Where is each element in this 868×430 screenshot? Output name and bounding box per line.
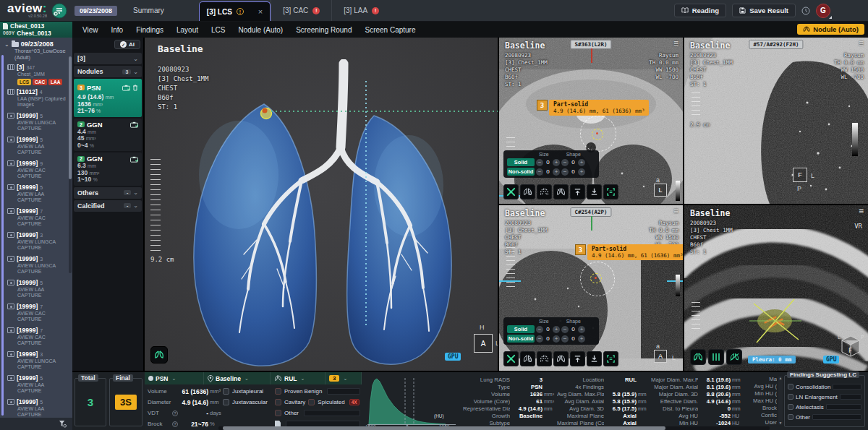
close-tab-icon[interactable]: ×	[258, 7, 263, 16]
size-plus-button[interactable]	[553, 168, 560, 176]
scroll-up-arrow[interactable]: ▲	[778, 376, 783, 380]
hide-structures-button[interactable]	[726, 349, 742, 365]
tab-laa[interactable]: [3] LAA	[331, 0, 391, 21]
menu-item[interactable]: Screening Round	[296, 26, 352, 34]
tab-summary[interactable]: Summary	[133, 7, 164, 14]
lung-region-tool-button[interactable]	[537, 184, 552, 199]
help-icon[interactable]: ?	[172, 421, 178, 427]
series-list-item[interactable]: [19999] 3 AVIEW LUNGCA CAPTURE	[7, 351, 68, 371]
series-list-item[interactable]: [19999] 9 AVIEW CAC CAPTURE	[7, 160, 68, 181]
panel-menu-icon[interactable]: ≡	[673, 38, 678, 48]
solid-toggle[interactable]: Solid	[507, 158, 535, 166]
shape-plus-button[interactable]	[578, 335, 585, 343]
shape-plus-button[interactable]	[578, 326, 585, 333]
captured-camera-icon[interactable]	[130, 121, 138, 127]
lungs-view-button[interactable]	[690, 349, 706, 365]
non-solid-toggle[interactable]: Non-solid	[507, 168, 535, 176]
menu-item[interactable]: View	[82, 26, 98, 34]
history-clock-icon[interactable]	[801, 7, 810, 15]
series-list-item[interactable]: [19999] 7 AVIEW CAC CAPTURE	[7, 303, 68, 324]
correction-tool-button[interactable]	[503, 351, 519, 366]
menu-item[interactable]: Findings	[136, 26, 163, 34]
table-vertical-scrollbar[interactable]: ▲▼	[778, 376, 783, 425]
horizontal-scrollbar[interactable]	[218, 426, 770, 430]
grow-down-tool-button[interactable]	[587, 184, 602, 199]
final-category-badge[interactable]: 3S	[115, 395, 137, 410]
attribute-checkbox[interactable]	[223, 399, 229, 405]
cavitary-checkbox[interactable]	[275, 399, 281, 405]
size-plus-button[interactable]	[553, 335, 560, 343]
nodule-card[interactable]: 2 GGN 6.3 mm 130 mm³ 1~10 %	[74, 152, 142, 186]
panel-menu-icon[interactable]: ≡	[859, 206, 864, 216]
study-date-header[interactable]: ⌄ 09/23/2008	[0, 38, 72, 48]
shape-plus-button[interactable]	[578, 159, 585, 166]
series-list-item[interactable]: [19999] 7 AVIEW CAC CAPTURE	[7, 207, 68, 228]
series-list-item[interactable]: [19999] 5 AVIEW LAA CAPTURE	[7, 279, 68, 300]
ct-panel-vr[interactable]: Baseline ≡ VR 20080923[3] Chest_1MMCHEST…	[684, 205, 868, 371]
grow-up-tool-button[interactable]	[570, 351, 585, 366]
finding-note-input[interactable]	[833, 384, 861, 390]
shape-plus-button[interactable]	[578, 168, 585, 176]
filter-settings-icon[interactable]	[59, 420, 67, 428]
tab-lcs[interactable]: [3] LCS ×	[199, 1, 271, 21]
shape-minus-button[interactable]	[561, 159, 569, 166]
nodule-type-dropdown[interactable]: PSN ⌄	[145, 372, 204, 384]
attribute-checkbox[interactable]	[223, 388, 229, 395]
lung-edit-tool-button[interactable]	[520, 351, 535, 366]
series-list-item[interactable]: [19999] 7 AVIEW CAC CAPTURE	[7, 327, 68, 348]
series-list-item[interactable]: [19999] 5 AVIEW LAA CAPTURE	[7, 184, 68, 205]
shape-minus-button[interactable]	[561, 335, 569, 343]
finding-checkbox[interactable]	[788, 404, 793, 410]
user-avatar[interactable]: G	[816, 4, 830, 18]
captured-camera-icon[interactable]	[130, 156, 138, 162]
finding-checkbox[interactable]	[788, 394, 793, 400]
orientation-cube[interactable]: A	[474, 334, 493, 353]
lung-edit-tool-button[interactable]	[520, 184, 535, 199]
lung-split-tool-button[interactable]	[553, 351, 569, 366]
series-list-item[interactable]: [3] 347 Chest_1MM LCSCACLAA	[7, 64, 68, 85]
patient-card[interactable]: Chest_0013 069YChest_0013	[0, 22, 72, 38]
auto-fit-tool-button[interactable]	[603, 184, 618, 199]
calcified-section-header[interactable]: Calcified - ⌄	[74, 200, 142, 212]
other-checkbox[interactable]	[275, 410, 281, 416]
others-section-header[interactable]: Others - ⌄	[74, 187, 142, 199]
captured-camera-icon[interactable]	[122, 85, 130, 90]
tab-cac[interactable]: [3] CAC	[271, 0, 331, 21]
finding-checkbox[interactable]	[788, 414, 793, 420]
finding-note-input[interactable]	[840, 394, 861, 400]
nodules-section-header[interactable]: Nodules 3 ⌄	[74, 66, 142, 77]
shape-minus-button[interactable]	[561, 168, 569, 176]
finding-checkbox[interactable]	[788, 384, 793, 390]
reading-button[interactable]: Reading	[674, 4, 726, 17]
rib-view-button[interactable]	[708, 349, 724, 365]
shape-minus-button[interactable]	[561, 326, 569, 333]
nodule-card[interactable]: 2 GGN 4.4 mm 45 mm³ 0~4 %	[74, 119, 142, 152]
series-list-item[interactable]: [19999] 5 AVIEW LAA CAPTURE	[7, 374, 68, 395]
spiculated-checkbox[interactable]	[308, 399, 315, 405]
app-menu-icon[interactable]	[51, 3, 67, 19]
finding-note-input[interactable]	[826, 404, 861, 410]
timepoint-dropdown[interactable]: Baseline ⌄	[204, 372, 271, 384]
series-list-item[interactable]: [19999] 5 AVIEW LAA CAPTURE	[7, 398, 68, 419]
size-minus-button[interactable]	[536, 168, 543, 176]
solid-toggle[interactable]: Solid	[507, 325, 535, 333]
size-plus-button[interactable]	[553, 326, 560, 333]
size-minus-button[interactable]	[536, 326, 543, 333]
auto-fit-tool-button[interactable]	[603, 351, 618, 366]
nodule-number-dropdown[interactable]: 3 ⌄	[326, 372, 362, 384]
finding-note-input[interactable]	[812, 414, 861, 420]
ct-panel-axial[interactable]: Baseline ≡ S#363(L2R) 20080923[3] Chest_…	[499, 38, 683, 204]
save-result-button[interactable]: Save Result	[732, 4, 796, 17]
lung-split-tool-button[interactable]	[553, 184, 569, 199]
sidebar-scrollbar[interactable]	[69, 56, 72, 273]
series-list-item[interactable]: [11012] 4 LAA (INSP) Captured Images	[7, 88, 68, 109]
nodule-annotation[interactable]: 3 Part-solid4.9 (14.6) mm, 61 (1636) mm³	[537, 100, 649, 116]
non-solid-toggle[interactable]: Non-solid	[507, 335, 535, 343]
proven-benign-checkbox[interactable]	[275, 388, 281, 395]
3d-lung-viewport[interactable]: Baseline 20080923[3] Chest_1MMCHESTB60fS…	[145, 38, 499, 371]
size-minus-button[interactable]	[536, 335, 543, 343]
menu-item[interactable]: Screen Capture	[365, 26, 415, 34]
menu-item[interactable]: LCS	[211, 26, 225, 34]
lung-view-toggle-button[interactable]	[150, 346, 168, 364]
help-icon[interactable]: ?	[172, 410, 178, 416]
